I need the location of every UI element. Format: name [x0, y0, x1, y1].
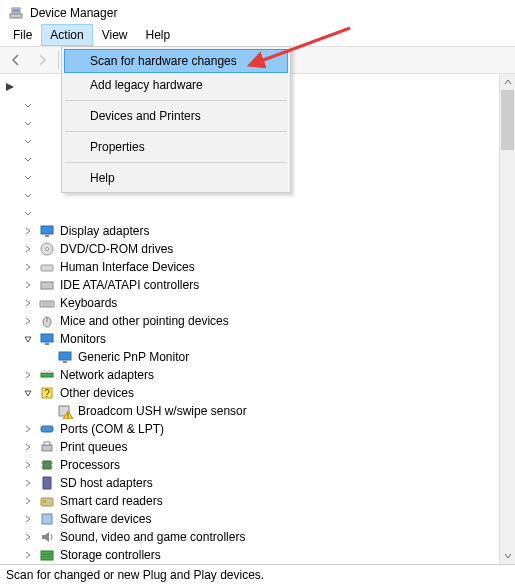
tree-item-sdhost[interactable]: SD host adapters [2, 474, 513, 492]
collapse-arrow-icon[interactable] [20, 137, 36, 145]
scroll-down-icon[interactable] [500, 548, 515, 564]
svg-rect-27 [42, 445, 52, 451]
network-icon [39, 367, 55, 383]
collapse-arrow-icon[interactable] [20, 119, 36, 127]
scroll-up-icon[interactable] [500, 74, 515, 90]
collapse-arrow-icon[interactable] [20, 515, 36, 523]
collapse-arrow-icon[interactable] [20, 317, 36, 325]
tree-item-label: Network adapters [58, 368, 156, 382]
svg-rect-26 [41, 426, 53, 432]
collapse-arrow-icon[interactable] [20, 209, 36, 217]
svg-rect-29 [43, 461, 51, 469]
tree-item-sound[interactable]: Sound, video and game controllers [2, 528, 513, 546]
tree-item-label: Keyboards [58, 296, 119, 310]
svg-rect-3 [41, 226, 53, 234]
svg-rect-35 [43, 500, 46, 503]
collapse-arrow-icon[interactable] [20, 551, 36, 559]
window-title: Device Manager [30, 6, 117, 20]
collapse-arrow-icon[interactable] [20, 479, 36, 487]
svg-text:?: ? [44, 388, 50, 399]
tree-item-label: Ports (COM & LPT) [58, 422, 166, 436]
collapse-arrow-icon[interactable] [20, 299, 36, 307]
toolbar-back-button[interactable] [4, 49, 28, 71]
tree-item-label: Display adapters [58, 224, 151, 238]
cpu-icon [39, 457, 55, 473]
menu-file[interactable]: File [4, 24, 41, 46]
menu-properties[interactable]: Properties [64, 135, 288, 159]
svg-text:!: ! [67, 412, 69, 419]
tree-item-ide[interactable]: IDE ATA/ATAPI controllers [2, 276, 513, 294]
tree-item-printq[interactable]: Print queues [2, 438, 513, 456]
tree-item-processors[interactable]: Processors [2, 456, 513, 474]
tree-item[interactable] [2, 204, 513, 222]
collapse-arrow-icon[interactable] [20, 281, 36, 289]
collapse-arrow-icon[interactable] [20, 425, 36, 433]
svg-rect-8 [41, 282, 53, 289]
collapse-arrow-icon[interactable] [20, 173, 36, 181]
tree-item-dvd[interactable]: DVD/CD-ROM drives [2, 240, 513, 258]
menu-devices-printers[interactable]: Devices and Printers [64, 104, 288, 128]
expand-arrow-icon[interactable] [20, 335, 36, 343]
tree-item-monitors[interactable]: Monitors [2, 330, 513, 348]
toolbar-fwd-button[interactable] [30, 49, 54, 71]
menu-action[interactable]: Action [41, 24, 92, 46]
collapse-arrow-icon[interactable] [20, 533, 36, 541]
expand-arrow-icon[interactable] [20, 389, 36, 397]
tree-item-hid[interactable]: Human Interface Devices [2, 258, 513, 276]
menu-help[interactable]: Help [64, 166, 288, 190]
collapse-arrow-icon[interactable] [20, 227, 36, 235]
collapse-arrow-icon[interactable] [20, 443, 36, 451]
collapse-arrow-icon[interactable] [20, 371, 36, 379]
menu-add-legacy[interactable]: Add legacy hardware [64, 73, 288, 97]
smartcard-icon [39, 493, 55, 509]
tree-item-display[interactable]: Display adapters [2, 222, 513, 240]
unknown-icon: ? [39, 385, 55, 401]
tree-item-label: Mice and other pointing devices [58, 314, 231, 328]
disc-icon [39, 241, 55, 257]
toolbar-sep [58, 51, 59, 69]
tree-item-label: Print queues [58, 440, 129, 454]
tree-item-label: Smart card readers [58, 494, 165, 508]
scroll-thumb[interactable] [501, 90, 514, 150]
tree-item-other[interactable]: ? Other devices [2, 384, 513, 402]
app-icon [8, 5, 24, 21]
menu-help[interactable]: Help [137, 24, 180, 46]
tree-item-label: Generic PnP Monitor [76, 350, 191, 364]
menu-scan-hardware[interactable]: Scan for hardware changes [64, 49, 288, 73]
collapse-arrow-icon[interactable] [20, 101, 36, 109]
svg-rect-37 [41, 551, 53, 555]
software-icon [39, 511, 55, 527]
svg-point-6 [46, 248, 49, 251]
tree-item-storage[interactable]: Storage controllers [2, 546, 513, 564]
tree-item-label: Other devices [58, 386, 136, 400]
svg-rect-15 [45, 343, 49, 345]
collapse-arrow-icon[interactable] [20, 461, 36, 469]
monitor-icon [39, 223, 55, 239]
tree-item-label: Software devices [58, 512, 153, 526]
tree-item-keyboards[interactable]: Keyboards [2, 294, 513, 312]
svg-rect-17 [63, 361, 67, 363]
tree-item-genpnp[interactable]: Generic PnP Monitor [2, 348, 513, 366]
expand-arrow-icon[interactable] [2, 82, 18, 92]
printer-icon [39, 439, 55, 455]
collapse-arrow-icon[interactable] [20, 191, 36, 199]
tree-item-label: Broadcom USH w/swipe sensor [76, 404, 249, 418]
tree-item-network[interactable]: Network adapters [2, 366, 513, 384]
hid-icon [39, 259, 55, 275]
collapse-arrow-icon[interactable] [20, 245, 36, 253]
collapse-arrow-icon[interactable] [20, 155, 36, 163]
collapse-arrow-icon[interactable] [20, 497, 36, 505]
tree-item-label: Sound, video and game controllers [58, 530, 247, 544]
tree-item-smartcard[interactable]: Smart card readers [2, 492, 513, 510]
tree-item-ports[interactable]: Ports (COM & LPT) [2, 420, 513, 438]
tree-item-label: Human Interface Devices [58, 260, 197, 274]
collapse-arrow-icon[interactable] [20, 263, 36, 271]
svg-rect-28 [44, 442, 50, 445]
tree-item-software[interactable]: Software devices [2, 510, 513, 528]
tree-item-mice[interactable]: Mice and other pointing devices [2, 312, 513, 330]
svg-rect-18 [41, 373, 53, 377]
svg-rect-19 [43, 370, 46, 373]
menu-view[interactable]: View [93, 24, 137, 46]
vertical-scrollbar[interactable] [499, 74, 515, 564]
tree-item-broadcom[interactable]: ! Broadcom USH w/swipe sensor [2, 402, 513, 420]
